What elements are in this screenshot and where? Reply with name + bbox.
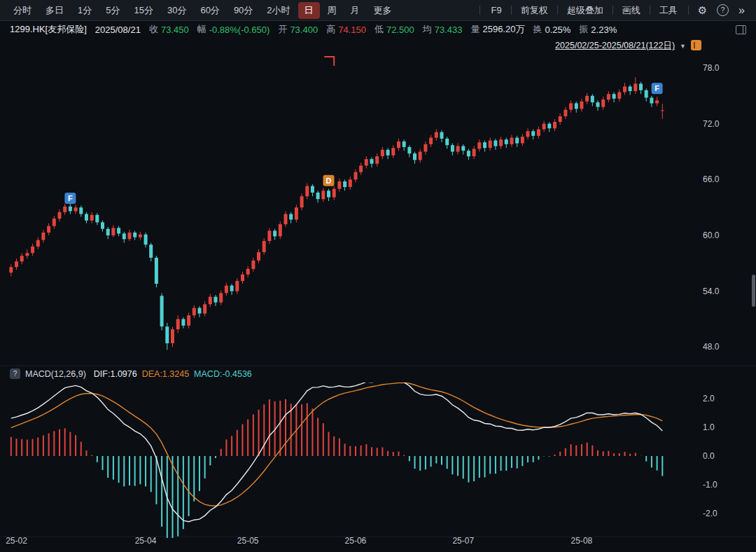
chart-area: 78.072.066.060.054.048.02.01.00.0-1.0-2.…	[0, 38, 756, 552]
quote-field: 均73.433	[423, 23, 463, 36]
quote-field-value: 0.25%	[545, 25, 570, 35]
event-marker-F[interactable]: F	[652, 83, 663, 94]
svg-text:54.0: 54.0	[703, 287, 720, 296]
date-range-label: 2025/02/25-2025/08/21(122日)	[555, 40, 675, 52]
quote-field-value: -0.88%(-0.650)	[209, 25, 270, 35]
period-tab[interactable]: 更多	[368, 2, 398, 19]
chart-svg[interactable]: 78.072.066.060.054.048.02.01.00.0-1.0-2.…	[0, 38, 756, 552]
divider	[650, 6, 650, 15]
quote-infobar: 1299.HK[友邦保险] 2025/08/21 收73.450幅-0.88%(…	[0, 21, 756, 38]
quote-field: 高74.150	[326, 23, 366, 36]
quote-field: 换0.25%	[533, 23, 570, 36]
dif-line	[11, 380, 663, 522]
event-marker-F[interactable]: F	[64, 193, 76, 204]
trading-app: 分时多日1分5分15分30分60分90分2小时日周月更多 F9前复权超级叠加画线…	[0, 0, 756, 552]
date-range-selector[interactable]: 2025/02/25-2025/08/21(122日) ▼	[555, 40, 686, 52]
dea-line	[11, 382, 663, 506]
quote-field-label: 开	[278, 23, 287, 36]
period-tab[interactable]: 日	[298, 2, 320, 19]
macd-dif-value: DIF:1.0976	[94, 369, 137, 379]
quote-field: 振2.23%	[579, 23, 617, 36]
svg-text:-2.0: -2.0	[703, 509, 718, 518]
toolbar-tool[interactable]: 前复权	[515, 2, 554, 19]
svg-text:25-08: 25-08	[571, 536, 593, 546]
period-tab[interactable]: 30分	[161, 2, 192, 19]
divider	[479, 6, 480, 15]
quote-field-value: 73.400	[290, 25, 318, 35]
candles-layer[interactable]	[9, 77, 664, 350]
quote-fields: 收73.450幅-0.88%(-0.650)开73.400高74.150低72.…	[149, 23, 617, 36]
period-tab[interactable]: 月	[344, 2, 366, 19]
quote-field-label: 振	[579, 23, 588, 36]
quote-field-label: 量	[470, 23, 479, 36]
quote-field-label: 低	[374, 23, 384, 36]
symbol-name[interactable]: 1299.HK[友邦保险]	[10, 23, 87, 36]
svg-text:60.0: 60.0	[703, 230, 720, 240]
svg-text:78.0: 78.0	[703, 63, 720, 73]
period-tab[interactable]: 多日	[39, 2, 70, 19]
drawing-annotation[interactable]	[324, 57, 334, 66]
quote-field-value: 72.500	[386, 25, 414, 35]
toolbar-tool[interactable]: F9	[485, 3, 507, 18]
quote-field-value: 73.450	[161, 25, 189, 35]
period-tab[interactable]: 90分	[227, 2, 259, 19]
svg-text:25-07: 25-07	[452, 536, 474, 546]
quote-field-label: 换	[533, 23, 542, 36]
quote-field-label: 收	[149, 23, 158, 36]
settings-icon[interactable]: ⚙	[694, 3, 711, 18]
quote-field: 低72.500	[374, 23, 414, 36]
macd-histogram	[11, 399, 662, 545]
top-toolbar: 分时多日1分5分15分30分60分90分2小时日周月更多 F9前复权超级叠加画线…	[0, 0, 756, 21]
svg-text:D: D	[326, 177, 332, 185]
svg-text:F: F	[68, 194, 73, 202]
divider	[557, 6, 558, 15]
period-tab[interactable]: 2小时	[260, 2, 296, 19]
macd-params-label[interactable]: MACD(12,26,9)	[25, 369, 86, 379]
quote-field: 量2596.20万	[470, 23, 524, 36]
svg-text:-1.0: -1.0	[703, 480, 718, 490]
svg-text:25-05: 25-05	[237, 536, 259, 546]
macd-panel	[11, 380, 663, 545]
period-tab[interactable]: 60分	[194, 2, 225, 19]
toolbar-tool[interactable]: 超级叠加	[561, 2, 609, 19]
period-tab[interactable]: 1分	[71, 2, 98, 19]
quote-field: 幅-0.88%(-0.650)	[197, 23, 270, 36]
quote-field-value: 74.150	[338, 25, 366, 35]
toolbar-tool[interactable]: 工具	[654, 2, 683, 19]
period-tab[interactable]: 15分	[127, 2, 159, 19]
quote-field-value: 2596.20万	[482, 23, 524, 36]
collapse-icon[interactable]: »	[734, 3, 749, 18]
macd-hist-value: MACD:-0.4536	[194, 369, 252, 379]
svg-text:66.0: 66.0	[703, 174, 720, 184]
indicator-help-icon[interactable]: ?	[10, 368, 20, 379]
quote-field: 收73.450	[149, 23, 189, 36]
caret-down-icon: ▼	[680, 43, 686, 50]
period-tab[interactable]: 5分	[99, 2, 126, 19]
svg-text:72.0: 72.0	[703, 119, 720, 129]
quote-field-label: 高	[326, 23, 335, 36]
toolbar-right: F9前复权超级叠加画线工具 ⚙ ? »	[476, 2, 749, 19]
svg-text:F: F	[654, 84, 659, 92]
divider	[612, 6, 613, 15]
svg-text:0.0: 0.0	[703, 451, 715, 461]
help-icon[interactable]: ?	[713, 3, 733, 18]
divider	[688, 6, 689, 15]
period-tab[interactable]: 周	[321, 2, 343, 19]
highlight-flag-icon[interactable]	[691, 40, 701, 50]
macd-dea-value: DEA:1.3245	[142, 369, 189, 379]
toolbar-tools: F9前复权超级叠加画线工具	[485, 2, 682, 19]
panel-layout-icon[interactable]	[736, 25, 746, 34]
svg-text:2.0: 2.0	[703, 394, 715, 403]
svg-text:25-02: 25-02	[6, 536, 27, 546]
period-tabs: 分时多日1分5分15分30分60分90分2小时日周月更多	[7, 2, 398, 19]
event-marker-D[interactable]: D	[323, 175, 335, 186]
toolbar-tool[interactable]: 画线	[617, 2, 646, 19]
macd-header: ? MACD(12,26,9) DIF:1.0976 DEA:1.3245 MA…	[10, 368, 252, 379]
svg-text:25-04: 25-04	[135, 536, 157, 546]
svg-text:1.0: 1.0	[703, 422, 715, 432]
quote-field-label: 均	[423, 23, 432, 36]
period-tab[interactable]: 分时	[7, 2, 38, 19]
quote-field-value: 73.433	[435, 25, 463, 35]
help-glyph: ?	[717, 4, 729, 16]
scrollbar-thumb[interactable]	[752, 275, 755, 307]
